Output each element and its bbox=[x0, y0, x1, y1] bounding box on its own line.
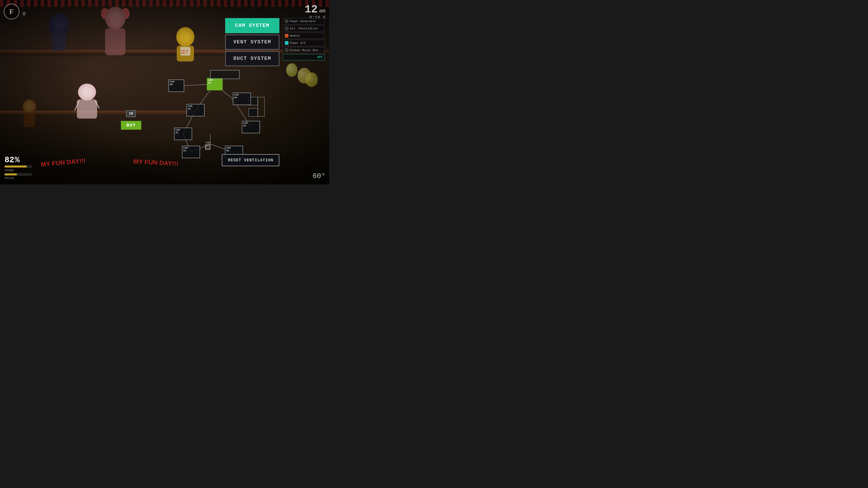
svg-point-4 bbox=[105, 7, 125, 29]
usage-percent: 82 bbox=[4, 156, 14, 165]
svg-point-21 bbox=[89, 89, 93, 92]
svg-text:EAT!!!: EAT!!! bbox=[181, 52, 188, 55]
cam-node-01[interactable]: CAM01 bbox=[182, 146, 200, 158]
svg-rect-23 bbox=[77, 99, 97, 119]
reset-ventilation-button[interactable]: RESET VENTILATION bbox=[222, 154, 279, 166]
sil-ventilation-label: Sil. Ventilation bbox=[290, 27, 318, 30]
power-generator-label: Power Generator bbox=[290, 20, 316, 23]
usage-label: usage bbox=[4, 168, 32, 172]
power-ac-indicator bbox=[285, 41, 288, 45]
side-item-heater[interactable]: Heater bbox=[283, 33, 324, 39]
svg-rect-3 bbox=[52, 33, 66, 51]
garland-decoration bbox=[0, 0, 329, 7]
svg-rect-41 bbox=[258, 97, 265, 116]
svg-point-6 bbox=[118, 14, 121, 18]
noise-bar-fill bbox=[5, 173, 17, 175]
off-button[interactable]: OFF bbox=[283, 54, 324, 60]
svg-point-13 bbox=[187, 33, 191, 37]
freddy-fazbear-logo: F bbox=[4, 4, 20, 20]
time-period: am bbox=[319, 8, 326, 14]
svg-point-28 bbox=[31, 104, 34, 107]
svg-point-10 bbox=[121, 8, 129, 19]
duct-system-button[interactable]: DUCT SYSTEM bbox=[225, 51, 279, 66]
noise-label: noise bbox=[4, 176, 32, 180]
side-item-power-ac[interactable]: Power A/C bbox=[283, 40, 324, 46]
side-item-power-generator[interactable]: Power Generator bbox=[283, 18, 324, 24]
chica-figure: LET'S EAT!!! bbox=[172, 27, 199, 61]
side-item-sil-ventilation[interactable]: Sil. Ventilation bbox=[283, 25, 324, 32]
usage-bar-container bbox=[4, 165, 32, 168]
svg-point-19 bbox=[79, 84, 96, 100]
usage-percent-symbol: % bbox=[15, 156, 20, 165]
svg-rect-29 bbox=[24, 112, 35, 127]
bonnie-figure bbox=[45, 13, 72, 54]
svg-rect-8 bbox=[105, 28, 125, 55]
heater-indicator bbox=[285, 34, 288, 37]
temperature-display: 60° bbox=[312, 172, 326, 180]
cam-node-08[interactable]: CAM08 bbox=[168, 79, 184, 92]
power-generator-indicator bbox=[285, 20, 288, 23]
svg-point-22 bbox=[84, 92, 90, 96]
systems-panel: CAM SYSTEM VENT SYSTEM DUCT SYSTEM bbox=[225, 18, 279, 66]
heater-label: Heater bbox=[290, 34, 301, 37]
top-connection-box bbox=[210, 70, 240, 79]
svg-point-20 bbox=[81, 89, 85, 92]
global-music-box-indicator bbox=[285, 48, 288, 52]
sil-ventilation-indicator bbox=[285, 27, 288, 30]
noise-bar-container bbox=[4, 173, 32, 175]
clown-figure bbox=[99, 7, 131, 63]
usage-bar-fill bbox=[5, 166, 27, 167]
freddy-figure bbox=[20, 99, 38, 127]
cam-node-06[interactable]: CAM06 bbox=[233, 93, 251, 105]
balloon-3 bbox=[305, 72, 318, 87]
vent-system-button[interactable]: VENT SYSTEM bbox=[225, 35, 279, 50]
logo-letter: F bbox=[9, 7, 14, 16]
svg-point-7 bbox=[112, 17, 119, 22]
power-ac-label: Power A/C bbox=[290, 41, 306, 45]
you-label: YOU bbox=[205, 141, 210, 144]
svg-point-2 bbox=[60, 20, 64, 24]
score-display: 0 bbox=[23, 11, 26, 17]
svg-point-1 bbox=[53, 20, 58, 24]
svg-text:LET'S: LET'S bbox=[181, 50, 188, 52]
svg-point-9 bbox=[101, 8, 109, 19]
svg-point-0 bbox=[49, 14, 68, 34]
price-tag: 10 bbox=[126, 110, 136, 117]
side-panel: Power Generator Sil. Ventilation Heater … bbox=[283, 18, 324, 60]
svg-point-14 bbox=[183, 37, 188, 41]
global-music-box-label: Global Music Box bbox=[290, 48, 318, 52]
cam-system-button[interactable]: CAM SYSTEM bbox=[225, 18, 279, 33]
svg-rect-40 bbox=[249, 108, 258, 116]
svg-point-11 bbox=[176, 28, 194, 46]
side-item-global-music-box[interactable]: Global Music Box bbox=[283, 47, 324, 53]
cam-node-05[interactable]: CAM05 bbox=[186, 104, 205, 116]
time-hour: 12 bbox=[305, 4, 318, 15]
svg-point-26 bbox=[23, 100, 36, 113]
cam-node-03[interactable]: CAM03 bbox=[174, 128, 192, 140]
svg-point-5 bbox=[110, 14, 113, 18]
cam-node-04[interactable]: CAM04 bbox=[242, 121, 260, 133]
cam-node-07[interactable]: CAM07 bbox=[207, 78, 223, 90]
camera-map: CAM07 CAM08 CAM06 CAM05 CAM04 CAM03 YOU … bbox=[147, 70, 278, 167]
buy-button[interactable]: BUY bbox=[121, 121, 141, 130]
you-square bbox=[205, 144, 210, 150]
mangle-figure bbox=[72, 84, 102, 118]
you-indicator: YOU bbox=[205, 141, 210, 150]
time-display: 12 am 0:19.5 bbox=[305, 4, 326, 20]
stats-panel: 82 % usage noise bbox=[4, 156, 32, 180]
svg-point-12 bbox=[180, 33, 184, 37]
balloon-2 bbox=[286, 63, 298, 77]
svg-point-27 bbox=[25, 104, 28, 107]
